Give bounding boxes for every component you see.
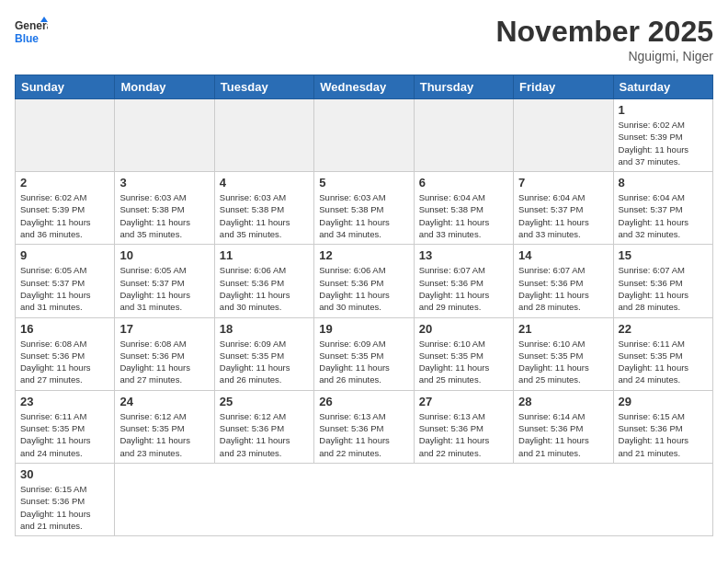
day-info: Sunrise: 6:15 AM Sunset: 5:36 PM Dayligh… — [619, 410, 708, 459]
day-number: 12 — [319, 248, 408, 262]
calendar-cell — [214, 99, 313, 172]
calendar-cell: 9Sunrise: 6:05 AM Sunset: 5:37 PM Daylig… — [16, 245, 115, 317]
day-number: 1 — [619, 103, 708, 117]
day-info: Sunrise: 6:07 AM Sunset: 5:36 PM Dayligh… — [518, 264, 608, 313]
day-number: 26 — [319, 395, 408, 408]
calendar-row: 16Sunrise: 6:08 AM Sunset: 5:36 PM Dayli… — [16, 317, 713, 390]
calendar-cell: 21Sunrise: 6:10 AM Sunset: 5:35 PM Dayli… — [514, 317, 613, 390]
calendar-cell — [16, 99, 115, 172]
day-info: Sunrise: 6:14 AM Sunset: 5:36 PM Dayligh… — [518, 410, 608, 459]
weekday-header-row: SundayMondayTuesdayWednesdayThursdayFrid… — [16, 75, 713, 99]
calendar-cell: 19Sunrise: 6:09 AM Sunset: 5:35 PM Dayli… — [314, 317, 414, 390]
day-number: 22 — [619, 322, 708, 336]
day-number: 5 — [319, 176, 408, 190]
day-number: 16 — [20, 322, 109, 336]
day-number: 21 — [518, 322, 608, 336]
day-info: Sunrise: 6:13 AM Sunset: 5:36 PM Dayligh… — [419, 410, 508, 459]
title-area: November 2025 Nguigmi, Niger — [495, 15, 713, 63]
weekday-header: Tuesday — [214, 75, 313, 99]
day-number: 3 — [119, 176, 209, 190]
day-info: Sunrise: 6:04 AM Sunset: 5:37 PM Dayligh… — [619, 191, 708, 240]
weekday-header: Sunday — [16, 75, 115, 99]
day-info: Sunrise: 6:05 AM Sunset: 5:37 PM Dayligh… — [119, 264, 209, 313]
day-number: 23 — [20, 395, 109, 408]
day-number: 13 — [419, 248, 508, 262]
weekday-header: Friday — [514, 75, 613, 99]
calendar-cell: 15Sunrise: 6:07 AM Sunset: 5:36 PM Dayli… — [613, 245, 712, 317]
day-number: 2 — [20, 176, 109, 190]
day-number: 14 — [518, 248, 608, 262]
calendar-cell: 27Sunrise: 6:13 AM Sunset: 5:36 PM Dayli… — [414, 390, 513, 463]
calendar-cell: 16Sunrise: 6:08 AM Sunset: 5:36 PM Dayli… — [16, 317, 115, 390]
calendar-cell — [115, 99, 214, 172]
day-info: Sunrise: 6:06 AM Sunset: 5:36 PM Dayligh… — [319, 264, 408, 313]
location-subtitle: Nguigmi, Niger — [495, 49, 713, 63]
day-number: 11 — [220, 248, 309, 262]
calendar-row: 9Sunrise: 6:05 AM Sunset: 5:37 PM Daylig… — [16, 245, 713, 317]
day-number: 19 — [319, 322, 408, 336]
day-info: Sunrise: 6:11 AM Sunset: 5:35 PM Dayligh… — [619, 338, 708, 386]
day-info: Sunrise: 6:03 AM Sunset: 5:38 PM Dayligh… — [119, 191, 209, 240]
calendar-cell: 23Sunrise: 6:11 AM Sunset: 5:35 PM Dayli… — [16, 390, 115, 463]
month-title: November 2025 — [495, 15, 713, 49]
calendar-cell: 28Sunrise: 6:14 AM Sunset: 5:36 PM Dayli… — [514, 390, 613, 463]
logo: General Blue — [15, 15, 48, 48]
svg-text:Blue: Blue — [15, 32, 39, 45]
calendar-cell: 1Sunrise: 6:02 AM Sunset: 5:39 PM Daylig… — [613, 99, 712, 172]
weekday-header: Thursday — [414, 75, 513, 99]
day-info: Sunrise: 6:11 AM Sunset: 5:35 PM Dayligh… — [20, 410, 109, 459]
calendar-cell: 6Sunrise: 6:04 AM Sunset: 5:38 PM Daylig… — [414, 172, 513, 245]
day-info: Sunrise: 6:08 AM Sunset: 5:36 PM Dayligh… — [119, 338, 209, 386]
day-info: Sunrise: 6:10 AM Sunset: 5:35 PM Dayligh… — [419, 338, 508, 386]
calendar-cell: 4Sunrise: 6:03 AM Sunset: 5:38 PM Daylig… — [214, 172, 313, 245]
day-number: 17 — [119, 322, 209, 336]
day-info: Sunrise: 6:09 AM Sunset: 5:35 PM Dayligh… — [220, 338, 309, 386]
day-info: Sunrise: 6:08 AM Sunset: 5:36 PM Dayligh… — [20, 338, 109, 386]
day-info: Sunrise: 6:12 AM Sunset: 5:36 PM Dayligh… — [220, 410, 309, 459]
calendar-cell: 2Sunrise: 6:02 AM Sunset: 5:39 PM Daylig… — [16, 172, 115, 245]
calendar-cell: 8Sunrise: 6:04 AM Sunset: 5:37 PM Daylig… — [613, 172, 712, 245]
day-number: 25 — [220, 395, 309, 408]
day-info: Sunrise: 6:03 AM Sunset: 5:38 PM Dayligh… — [319, 191, 408, 240]
day-info: Sunrise: 6:02 AM Sunset: 5:39 PM Dayligh… — [619, 119, 708, 167]
day-info: Sunrise: 6:15 AM Sunset: 5:36 PM Dayligh… — [20, 483, 109, 532]
calendar-cell: 11Sunrise: 6:06 AM Sunset: 5:36 PM Dayli… — [214, 245, 313, 317]
calendar-row: 2Sunrise: 6:02 AM Sunset: 5:39 PM Daylig… — [16, 172, 713, 245]
day-number: 6 — [419, 176, 508, 190]
calendar-row: 1Sunrise: 6:02 AM Sunset: 5:39 PM Daylig… — [16, 99, 713, 172]
weekday-header: Monday — [115, 75, 214, 99]
day-info: Sunrise: 6:10 AM Sunset: 5:35 PM Dayligh… — [518, 338, 608, 386]
calendar-cell: 10Sunrise: 6:05 AM Sunset: 5:37 PM Dayli… — [115, 245, 214, 317]
day-number: 4 — [220, 176, 309, 190]
day-number: 30 — [20, 467, 109, 481]
calendar-cell: 30Sunrise: 6:15 AM Sunset: 5:36 PM Dayli… — [16, 463, 115, 535]
day-info: Sunrise: 6:12 AM Sunset: 5:35 PM Dayligh… — [119, 410, 209, 459]
calendar-cell — [314, 99, 414, 172]
day-number: 10 — [119, 248, 209, 262]
day-info: Sunrise: 6:04 AM Sunset: 5:37 PM Dayligh… — [518, 191, 608, 240]
calendar-cell: 17Sunrise: 6:08 AM Sunset: 5:36 PM Dayli… — [115, 317, 214, 390]
day-info: Sunrise: 6:02 AM Sunset: 5:39 PM Dayligh… — [20, 191, 109, 240]
calendar-cell: 25Sunrise: 6:12 AM Sunset: 5:36 PM Dayli… — [214, 390, 313, 463]
logo-icon: General Blue — [15, 15, 48, 48]
day-info: Sunrise: 6:09 AM Sunset: 5:35 PM Dayligh… — [319, 338, 408, 386]
day-number: 20 — [419, 322, 508, 336]
day-number: 29 — [619, 395, 708, 408]
day-number: 8 — [619, 176, 708, 190]
calendar-cell: 24Sunrise: 6:12 AM Sunset: 5:35 PM Dayli… — [115, 390, 214, 463]
day-number: 7 — [518, 176, 608, 190]
calendar-cell — [414, 99, 513, 172]
calendar-cell — [514, 99, 613, 172]
day-info: Sunrise: 6:05 AM Sunset: 5:37 PM Dayligh… — [20, 264, 109, 313]
day-info: Sunrise: 6:13 AM Sunset: 5:36 PM Dayligh… — [319, 410, 408, 459]
calendar-cell: 12Sunrise: 6:06 AM Sunset: 5:36 PM Dayli… — [314, 245, 414, 317]
calendar-cell: 13Sunrise: 6:07 AM Sunset: 5:36 PM Dayli… — [414, 245, 513, 317]
calendar-row: 30Sunrise: 6:15 AM Sunset: 5:36 PM Dayli… — [16, 463, 713, 535]
calendar-cell: 7Sunrise: 6:04 AM Sunset: 5:37 PM Daylig… — [514, 172, 613, 245]
calendar-cell: 14Sunrise: 6:07 AM Sunset: 5:36 PM Dayli… — [514, 245, 613, 317]
calendar-cell: 3Sunrise: 6:03 AM Sunset: 5:38 PM Daylig… — [115, 172, 214, 245]
calendar-cell: 22Sunrise: 6:11 AM Sunset: 5:35 PM Dayli… — [613, 317, 712, 390]
weekday-header: Saturday — [613, 75, 712, 99]
calendar-cell: 18Sunrise: 6:09 AM Sunset: 5:35 PM Dayli… — [214, 317, 313, 390]
day-number: 15 — [619, 248, 708, 262]
